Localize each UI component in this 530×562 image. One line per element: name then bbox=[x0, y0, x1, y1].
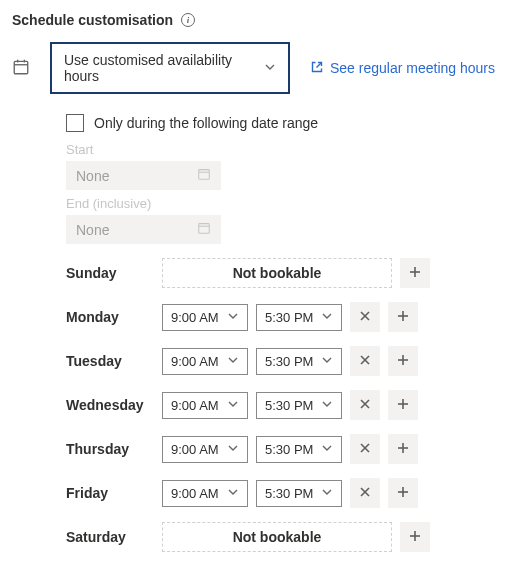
start-time-select[interactable]: 9:00 AM bbox=[162, 304, 248, 331]
chevron-down-icon bbox=[227, 442, 239, 457]
close-icon bbox=[359, 397, 371, 413]
start-time-select[interactable]: 9:00 AM bbox=[162, 348, 248, 375]
plus-icon bbox=[397, 309, 409, 325]
start-date-label: Start bbox=[66, 142, 518, 157]
end-time-value: 5:30 PM bbox=[265, 442, 313, 457]
end-time-value: 5:30 PM bbox=[265, 486, 313, 501]
start-time-value: 9:00 AM bbox=[171, 354, 219, 369]
day-label: Sunday bbox=[66, 265, 154, 281]
day-label: Tuesday bbox=[66, 353, 154, 369]
start-time-value: 9:00 AM bbox=[171, 398, 219, 413]
calendar-icon bbox=[197, 167, 211, 184]
plus-icon bbox=[397, 353, 409, 369]
end-time-select[interactable]: 5:30 PM bbox=[256, 304, 342, 331]
start-time-value: 9:00 AM bbox=[171, 442, 219, 457]
day-row: Wednesday9:00 AM5:30 PM bbox=[66, 390, 518, 420]
day-row: Friday9:00 AM5:30 PM bbox=[66, 478, 518, 508]
chevron-down-icon bbox=[321, 354, 333, 369]
end-time-value: 5:30 PM bbox=[265, 354, 313, 369]
plus-icon bbox=[397, 485, 409, 501]
remove-slot-button[interactable] bbox=[350, 302, 380, 332]
start-time-select[interactable]: 9:00 AM bbox=[162, 392, 248, 419]
svg-rect-6 bbox=[199, 224, 210, 234]
calendar-icon bbox=[12, 58, 30, 79]
add-slot-button[interactable] bbox=[400, 258, 430, 288]
plus-icon bbox=[397, 397, 409, 413]
add-slot-button[interactable] bbox=[400, 522, 430, 552]
chevron-down-icon bbox=[321, 442, 333, 457]
availability-mode-label: Use customised availability hours bbox=[64, 52, 264, 84]
close-icon bbox=[359, 309, 371, 325]
date-range-checkbox[interactable] bbox=[66, 114, 84, 132]
start-date-value: None bbox=[76, 168, 109, 184]
start-time-select[interactable]: 9:00 AM bbox=[162, 436, 248, 463]
day-row: Monday9:00 AM5:30 PM bbox=[66, 302, 518, 332]
plus-icon bbox=[409, 265, 421, 281]
end-date-label: End (inclusive) bbox=[66, 196, 518, 211]
not-bookable-slot: Not bookable bbox=[162, 522, 392, 552]
day-row: SaturdayNot bookable bbox=[66, 522, 518, 552]
chevron-down-icon bbox=[321, 310, 333, 325]
day-label: Saturday bbox=[66, 529, 154, 545]
remove-slot-button[interactable] bbox=[350, 390, 380, 420]
section-title: Schedule customisation bbox=[12, 12, 173, 28]
day-label: Friday bbox=[66, 485, 154, 501]
start-date-input[interactable]: None bbox=[66, 161, 221, 190]
start-time-select[interactable]: 9:00 AM bbox=[162, 480, 248, 507]
end-time-value: 5:30 PM bbox=[265, 398, 313, 413]
end-time-select[interactable]: 5:30 PM bbox=[256, 348, 342, 375]
svg-rect-4 bbox=[199, 170, 210, 180]
day-label: Thursday bbox=[66, 441, 154, 457]
chevron-down-icon bbox=[227, 486, 239, 501]
end-date-input[interactable]: None bbox=[66, 215, 221, 244]
day-label: Monday bbox=[66, 309, 154, 325]
start-time-value: 9:00 AM bbox=[171, 310, 219, 325]
not-bookable-slot: Not bookable bbox=[162, 258, 392, 288]
close-icon bbox=[359, 441, 371, 457]
start-time-value: 9:00 AM bbox=[171, 486, 219, 501]
availability-mode-select[interactable]: Use customised availability hours bbox=[50, 42, 290, 94]
svg-rect-0 bbox=[14, 61, 28, 73]
chevron-down-icon bbox=[227, 310, 239, 325]
chevron-down-icon bbox=[227, 398, 239, 413]
add-slot-button[interactable] bbox=[388, 346, 418, 376]
external-link-icon bbox=[310, 60, 324, 77]
remove-slot-button[interactable] bbox=[350, 346, 380, 376]
end-date-value: None bbox=[76, 222, 109, 238]
end-time-select[interactable]: 5:30 PM bbox=[256, 392, 342, 419]
chevron-down-icon bbox=[227, 354, 239, 369]
add-slot-button[interactable] bbox=[388, 478, 418, 508]
date-range-checkbox-label: Only during the following date range bbox=[94, 115, 318, 131]
day-label: Wednesday bbox=[66, 397, 154, 413]
chevron-down-icon bbox=[321, 398, 333, 413]
see-regular-hours-label: See regular meeting hours bbox=[330, 60, 495, 76]
chevron-down-icon bbox=[321, 486, 333, 501]
remove-slot-button[interactable] bbox=[350, 478, 380, 508]
plus-icon bbox=[397, 441, 409, 457]
close-icon bbox=[359, 485, 371, 501]
remove-slot-button[interactable] bbox=[350, 434, 380, 464]
add-slot-button[interactable] bbox=[388, 434, 418, 464]
calendar-icon bbox=[197, 221, 211, 238]
chevron-down-icon bbox=[264, 60, 276, 76]
close-icon bbox=[359, 353, 371, 369]
end-time-select[interactable]: 5:30 PM bbox=[256, 480, 342, 507]
end-time-value: 5:30 PM bbox=[265, 310, 313, 325]
day-row: Thursday9:00 AM5:30 PM bbox=[66, 434, 518, 464]
info-icon[interactable]: i bbox=[181, 13, 195, 27]
end-time-select[interactable]: 5:30 PM bbox=[256, 436, 342, 463]
day-row: Tuesday9:00 AM5:30 PM bbox=[66, 346, 518, 376]
add-slot-button[interactable] bbox=[388, 302, 418, 332]
plus-icon bbox=[409, 529, 421, 545]
day-row: SundayNot bookable bbox=[66, 258, 518, 288]
see-regular-hours-link[interactable]: See regular meeting hours bbox=[310, 60, 495, 77]
add-slot-button[interactable] bbox=[388, 390, 418, 420]
